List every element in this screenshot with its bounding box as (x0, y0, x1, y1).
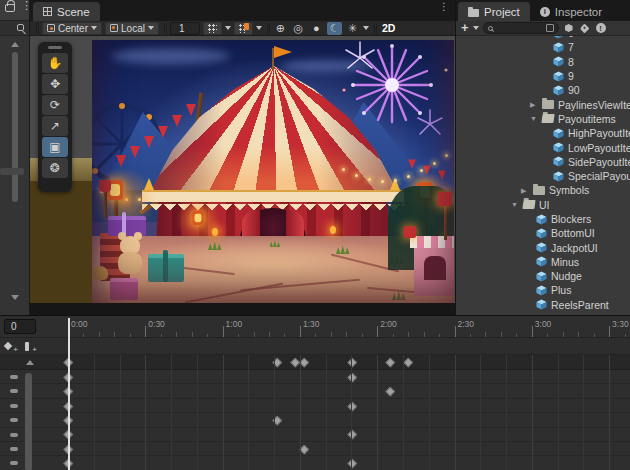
playhead[interactable] (68, 318, 70, 470)
chevron-right-icon[interactable]: ▶ (530, 101, 535, 109)
tree-item-bottomui[interactable]: BottomUI (456, 226, 630, 240)
left-scrollbar-thumb[interactable] (12, 52, 18, 202)
kebab-menu-icon[interactable]: ⋮ (21, 3, 25, 7)
add-asset-button[interactable]: + (461, 23, 469, 33)
ruler-minor-tick (516, 334, 517, 338)
grid-dropdown-icon[interactable] (225, 26, 231, 30)
collapse-arrow-icon[interactable] (26, 360, 34, 365)
ruler-minor-tick (207, 334, 208, 338)
project-tab-label: Project (484, 6, 520, 18)
prefab-cube-icon (536, 214, 547, 225)
tree-item-lowpayoutitem[interactable]: LowPayoutItem (456, 140, 630, 154)
tree-item-90[interactable]: 90 (456, 83, 630, 97)
tab-inspector[interactable]: i Inspector (530, 2, 612, 21)
snap-settings-button[interactable] (234, 22, 253, 35)
alert-icon[interactable]: ! (595, 22, 607, 34)
ruler-minor-tick (393, 334, 394, 338)
prefab-cube-icon (553, 56, 564, 67)
orientation-button[interactable]: Local (105, 22, 159, 35)
chevron-right-icon[interactable]: ▶ (521, 187, 526, 195)
tree-item-sidepayoutitem[interactable]: SidePayoutItem (456, 155, 630, 169)
tree-item-minus[interactable]: Minus (456, 255, 630, 269)
snap-dropdown-icon[interactable] (256, 26, 262, 30)
audio-toggle-icon[interactable]: ● (309, 22, 324, 35)
tree-item-label: Nudge (551, 270, 582, 282)
tab-project[interactable]: Project (458, 2, 530, 21)
inspector-tab-label: Inspector (555, 6, 602, 18)
grid-visibility-button[interactable] (203, 22, 222, 35)
tree-item-9[interactable]: 9 (456, 69, 630, 83)
tree-item-reelsparent[interactable]: ReelsParent (456, 298, 630, 312)
shaded-sphere-icon[interactable]: ◎ (291, 22, 306, 35)
search-input[interactable] (483, 22, 559, 34)
scene-tab-label: Scene (57, 6, 90, 18)
tree-item-8[interactable]: 8 (456, 55, 630, 69)
grid-line (583, 355, 584, 470)
grid-line (248, 355, 249, 470)
left-rail-divider[interactable] (0, 168, 24, 175)
tree-item-highpayoutitem[interactable]: HighPayoutItem (456, 126, 630, 140)
ruler-minor-tick (192, 332, 193, 337)
asset-tree: 678990▶PaylinesViewItem▼PayoutitemsHighP… (456, 36, 630, 315)
rotate-tool[interactable]: ⟳ (42, 95, 68, 115)
scene-artwork (92, 40, 454, 303)
zoom-icon[interactable] (17, 24, 24, 31)
label-tag-icon[interactable] (579, 22, 591, 34)
tree-item-label: BottomUI (551, 227, 595, 239)
scale-tool[interactable]: ↗ (42, 116, 68, 136)
tree-item-label: Payoutitems (558, 113, 616, 125)
ruler-time-label: 1:00 (226, 319, 243, 329)
tree-item-ui[interactable]: ▼UI (456, 198, 630, 212)
tree-item-jackpotui[interactable]: JackpotUI (456, 240, 630, 254)
ruler-minor-tick (83, 334, 84, 338)
timeline-scrollbar-thumb[interactable] (25, 373, 32, 470)
tree-item-paylinesviewitem[interactable]: ▶PaylinesViewItem (456, 97, 630, 111)
timeline-ruler[interactable]: 0:000:301:001:302:002:303:003:30 (0, 316, 630, 338)
keyframe-diamond[interactable] (403, 358, 412, 367)
package-icon[interactable] (563, 22, 575, 34)
grid-line (532, 355, 533, 470)
chevron-down-icon[interactable]: ▼ (530, 115, 537, 122)
lighting-moon-icon[interactable]: ☾ (327, 22, 342, 35)
ruler-minor-tick (470, 334, 471, 338)
pivot-mode-button[interactable]: Center (42, 22, 102, 35)
tree-item-payoutitems[interactable]: ▼Payoutitems (456, 112, 630, 126)
search-window-icon[interactable] (546, 24, 554, 32)
add-event-button[interactable]: + (22, 341, 36, 352)
scroll-down-icon[interactable] (11, 295, 19, 300)
tree-item-specialpayoutit[interactable]: SpecialPayoutIt (456, 169, 630, 183)
hand-tool[interactable]: ✋ (42, 53, 68, 73)
scroll-up-icon[interactable] (11, 42, 19, 47)
keyframe-diamond[interactable] (385, 358, 394, 367)
add-keyframe-button[interactable]: + (3, 341, 17, 352)
tree-item-blockers[interactable]: Blockers (456, 212, 630, 226)
grid-line (120, 355, 121, 470)
tree-item-plus[interactable]: Plus (456, 283, 630, 297)
mode-2d-toggle[interactable]: 2D (382, 22, 395, 34)
tree-item-7[interactable]: 7 (456, 40, 630, 54)
tree-item-label: 7 (568, 41, 574, 53)
tree-item-label: JackpotUI (551, 242, 598, 254)
effects-star-icon[interactable]: ✳ (345, 22, 360, 35)
gizmo-crosshair-icon[interactable]: ⊕ (273, 22, 288, 35)
chevron-down-icon[interactable]: ▼ (511, 201, 518, 208)
prefab-cube-icon (553, 71, 564, 82)
frame-field[interactable]: 0 (4, 319, 36, 334)
add-dropdown-icon[interactable] (473, 26, 479, 30)
effects-dropdown-icon[interactable] (363, 26, 369, 30)
tab-scene[interactable]: Scene (33, 2, 100, 21)
rect-tool[interactable]: ▣ (42, 137, 68, 157)
scene-panel-menu-icon[interactable]: ⋮ (439, 5, 449, 9)
keyframe-diamond[interactable] (290, 358, 299, 367)
tree-item-symbols[interactable]: ▶Symbols (456, 183, 630, 197)
move-tool[interactable]: ✥ (42, 74, 68, 94)
transform-tool[interactable]: ❂ (42, 158, 68, 178)
ruler-minor-tick (547, 334, 548, 338)
scene-viewport[interactable]: ✋✥⟳↗▣❂ (30, 36, 455, 315)
lock-icon[interactable] (5, 4, 15, 12)
left-rail-header: ⋮ (0, 0, 29, 21)
grid-line (429, 355, 430, 470)
grid-size-field[interactable]: 1 (170, 22, 200, 35)
palette-drag-handle[interactable] (48, 46, 62, 49)
tree-item-nudge[interactable]: Nudge (456, 269, 630, 283)
